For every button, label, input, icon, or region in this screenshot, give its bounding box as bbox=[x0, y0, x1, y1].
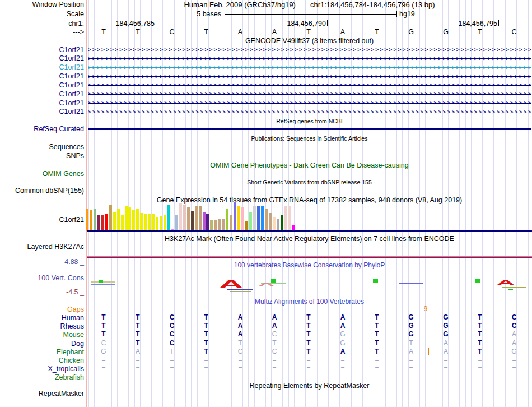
species-row-label[interactable]: Chicken bbox=[0, 357, 84, 364]
gene-row-label[interactable]: C1orf21 bbox=[0, 90, 84, 98]
gtex-tissue-bar[interactable] bbox=[253, 206, 256, 231]
common-dbsnp-track-label[interactable]: Common dbSNP(155) bbox=[0, 187, 84, 195]
gtex-tissue-bar[interactable] bbox=[210, 220, 213, 231]
gene-direction-arrows[interactable]: >>>>>>>>>>>>>>>>>>>>>>>>>>>>>>>>>>>>>>>>… bbox=[88, 82, 531, 88]
gtex-tissue-bar[interactable] bbox=[230, 215, 232, 231]
h3k27ac-track-label[interactable]: Layered H3K27Ac bbox=[0, 243, 84, 251]
gene-row-label[interactable]: C1orf21 bbox=[0, 54, 84, 62]
species-row-label[interactable]: X_tropicalis bbox=[0, 365, 84, 373]
gtex-tissue-bar[interactable] bbox=[175, 215, 178, 231]
gtex-tissue-bar[interactable] bbox=[152, 214, 155, 231]
gtex-tissue-bar[interactable] bbox=[245, 221, 248, 231]
gtex-tissue-bar[interactable] bbox=[214, 220, 217, 231]
gene-row-label[interactable]: C1orf21 bbox=[0, 108, 84, 115]
species-row-label[interactable]: Human bbox=[0, 314, 84, 322]
gtex-tissue-bar[interactable] bbox=[140, 213, 143, 231]
gtex-tissue-bar[interactable] bbox=[234, 202, 236, 231]
gene-direction-arrows[interactable]: >>>>>>>>>>>>>>>>>>>>>>>>>>>>>>>>>>>>>>>>… bbox=[88, 100, 531, 106]
gtex-tissue-bar[interactable] bbox=[277, 219, 279, 231]
gene-direction-arrows[interactable]: >>>>>>>>>>>>>>>>>>>>>>>>>>>>>>>>>>>>>>>>… bbox=[88, 64, 531, 71]
refseq-curated-track-label[interactable]: RefSeq Curated bbox=[0, 125, 84, 133]
gtex-expression-barchart[interactable] bbox=[86, 203, 298, 231]
gtex-tissue-bar[interactable] bbox=[156, 217, 158, 231]
sequences-track-label[interactable]: Sequences bbox=[0, 143, 84, 151]
gtex-tissue-bar[interactable] bbox=[167, 205, 170, 231]
gene-direction-arrows[interactable]: >>>>>>>>>>>>>>>>>>>>>>>>>>>>>>>>>>>>>>>>… bbox=[88, 109, 531, 115]
gtex-tissue-bar[interactable] bbox=[183, 205, 186, 231]
gtex-tissue-bar[interactable] bbox=[191, 211, 194, 231]
gene-row-label[interactable]: C1orf21 bbox=[0, 46, 84, 54]
gene-row-label[interactable]: C1orf21 bbox=[0, 99, 84, 107]
repeatmasker-track-label[interactable]: RepeatMasker bbox=[0, 390, 84, 397]
aligned-base: C bbox=[510, 314, 519, 321]
gtex-tissue-bar[interactable] bbox=[121, 215, 124, 231]
gtex-tissue-bar[interactable] bbox=[261, 206, 264, 231]
gtex-tissue-bar[interactable] bbox=[136, 209, 139, 231]
gtex-tissue-bar[interactable] bbox=[241, 207, 244, 231]
gtex-tissue-bar[interactable] bbox=[148, 214, 151, 231]
gaps-row-label[interactable]: Gaps bbox=[0, 306, 84, 313]
species-row-label[interactable]: Dog bbox=[0, 340, 84, 348]
gene-row-label[interactable]: C1orf21 bbox=[0, 63, 84, 71]
gtex-tissue-bar[interactable] bbox=[281, 215, 283, 231]
gtex-tissue-bar[interactable] bbox=[203, 212, 206, 231]
gtex-tissue-bar[interactable] bbox=[257, 206, 260, 231]
gtex-tissue-bar[interactable] bbox=[187, 207, 190, 231]
gtex-tissue-bar[interactable] bbox=[284, 206, 287, 231]
snps-track-label[interactable]: SNPs bbox=[0, 152, 84, 160]
gtex-tissue-bar[interactable] bbox=[195, 206, 198, 231]
species-row-label[interactable]: Mouse bbox=[0, 331, 84, 339]
omim-genes-track-label[interactable]: OMIM Genes bbox=[0, 170, 84, 178]
gtex-tissue-bar[interactable] bbox=[132, 210, 135, 231]
gtex-tissue-bar[interactable] bbox=[179, 203, 182, 231]
gtex-tissue-bar[interactable] bbox=[86, 209, 88, 231]
aligned-base: T bbox=[304, 314, 313, 321]
strand-direction-label: ---> bbox=[0, 28, 84, 36]
gtex-tissue-bar[interactable] bbox=[218, 219, 221, 231]
publications-track-title: Publications: Sequences in Scientific Ar… bbox=[87, 135, 532, 142]
species-row-label[interactable]: Zebrafish bbox=[0, 373, 84, 381]
gtex-tissue-bar[interactable] bbox=[144, 214, 147, 231]
coordinate-tick bbox=[327, 20, 328, 26]
species-row-label[interactable]: Elephant bbox=[0, 348, 84, 356]
aligned-base: A bbox=[338, 314, 347, 321]
gene-direction-arrows[interactable]: >>>>>>>>>>>>>>>>>>>>>>>>>>>>>>>>>>>>>>>>… bbox=[88, 55, 531, 62]
gtex-tissue-bar[interactable] bbox=[226, 209, 228, 231]
gtex-tissue-bar[interactable] bbox=[109, 205, 112, 231]
gtex-tissue-bar[interactable] bbox=[94, 209, 96, 231]
gtex-tissue-bar[interactable] bbox=[269, 213, 272, 231]
gtex-tissue-bar[interactable] bbox=[249, 212, 252, 231]
gtex-tissue-bar[interactable] bbox=[97, 215, 100, 231]
gtex-tissue-bar[interactable] bbox=[265, 209, 268, 231]
gtex-tissue-bar[interactable] bbox=[105, 214, 108, 231]
gtex-tissue-bar[interactable] bbox=[288, 206, 291, 231]
gtex-tissue-bar[interactable] bbox=[237, 206, 240, 231]
gtex-tissue-bar[interactable] bbox=[117, 209, 120, 231]
aligned-base: T bbox=[372, 331, 381, 338]
gtex-tissue-bar[interactable] bbox=[206, 214, 209, 231]
gene-row-label[interactable]: C1orf21 bbox=[0, 72, 84, 80]
species-row-label[interactable]: Rhesus bbox=[0, 322, 84, 330]
scale-value: 5 bases bbox=[87, 10, 221, 18]
gtex-gene-label[interactable]: C1orf21 bbox=[0, 216, 84, 224]
aligned-base: = bbox=[133, 365, 142, 372]
gtex-tissue-bar[interactable] bbox=[125, 206, 128, 231]
gtex-tissue-bar[interactable] bbox=[222, 219, 225, 231]
refseq-gene-line[interactable] bbox=[88, 128, 531, 130]
gene-direction-arrows[interactable]: >>>>>>>>>>>>>>>>>>>>>>>>>>>>>>>>>>>>>>>>… bbox=[88, 73, 531, 80]
gene-row-label[interactable]: C1orf21 bbox=[0, 81, 84, 89]
gtex-tissue-bar[interactable] bbox=[90, 210, 92, 231]
gene-direction-arrows[interactable]: >>>>>>>>>>>>>>>>>>>>>>>>>>>>>>>>>>>>>>>>… bbox=[88, 47, 531, 53]
gtex-tissue-bar[interactable] bbox=[273, 217, 276, 231]
gene-direction-arrows[interactable]: >>>>>>>>>>>>>>>>>>>>>>>>>>>>>>>>>>>>>>>>… bbox=[88, 91, 531, 97]
aligned-base: G bbox=[441, 331, 450, 338]
gtex-tissue-bar[interactable] bbox=[164, 215, 166, 231]
gtex-tissue-bar[interactable] bbox=[113, 212, 116, 231]
aligned-base: A bbox=[338, 348, 347, 355]
gtex-tissue-bar[interactable] bbox=[160, 216, 162, 231]
aligned-base: T bbox=[304, 322, 313, 330]
phylop-track-label[interactable]: 100 Vert. Cons bbox=[0, 274, 84, 282]
gtex-tissue-bar[interactable] bbox=[128, 207, 131, 231]
gtex-tissue-bar[interactable] bbox=[199, 206, 202, 231]
gtex-tissue-bar[interactable] bbox=[101, 215, 104, 231]
